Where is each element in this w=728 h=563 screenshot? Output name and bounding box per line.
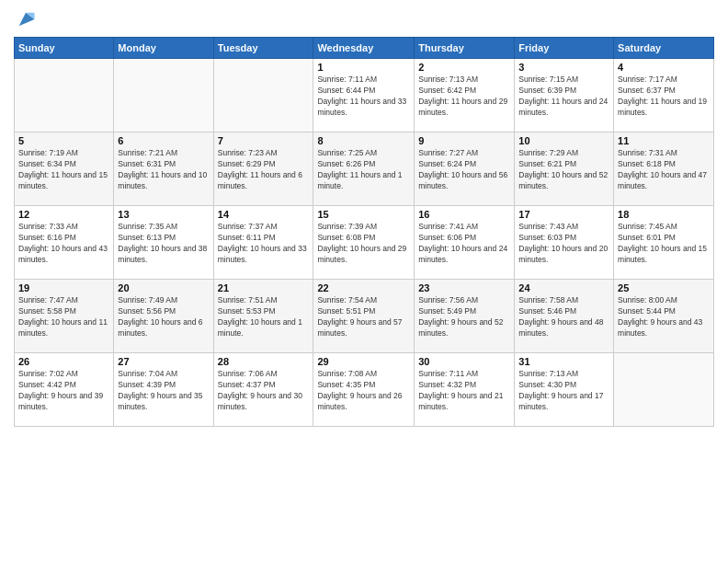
calendar-cell: 6Sunrise: 7:21 AM Sunset: 6:31 PM Daylig… (114, 132, 213, 206)
day-info: Sunrise: 7:35 AM Sunset: 6:13 PM Dayligh… (118, 222, 209, 266)
day-number: 2 (418, 62, 510, 73)
calendar-header-wednesday: Wednesday (313, 38, 415, 59)
calendar-header-row: SundayMondayTuesdayWednesdayThursdayFrid… (15, 38, 714, 59)
day-info: Sunrise: 7:49 AM Sunset: 5:56 PM Dayligh… (118, 295, 209, 339)
calendar-cell: 13Sunrise: 7:35 AM Sunset: 6:13 PM Dayli… (114, 206, 213, 280)
day-number: 8 (317, 135, 410, 146)
day-number: 13 (118, 209, 209, 220)
day-number: 1 (317, 62, 410, 73)
day-info: Sunrise: 8:00 AM Sunset: 5:44 PM Dayligh… (618, 295, 710, 339)
day-number: 3 (518, 62, 609, 73)
day-number: 14 (218, 209, 310, 220)
calendar-cell: 2Sunrise: 7:13 AM Sunset: 6:42 PM Daylig… (415, 59, 515, 132)
calendar-cell: 21Sunrise: 7:51 AM Sunset: 5:53 PM Dayli… (213, 280, 313, 353)
day-number: 27 (118, 356, 209, 367)
calendar-cell: 26Sunrise: 7:02 AM Sunset: 4:42 PM Dayli… (15, 353, 114, 427)
day-number: 26 (18, 356, 109, 367)
calendar-cell: 14Sunrise: 7:37 AM Sunset: 6:11 PM Dayli… (213, 206, 313, 280)
calendar-week-row: 1Sunrise: 7:11 AM Sunset: 6:44 PM Daylig… (15, 59, 714, 132)
day-info: Sunrise: 7:23 AM Sunset: 6:29 PM Dayligh… (218, 148, 310, 192)
calendar-header-monday: Monday (114, 38, 213, 59)
calendar-header-saturday: Saturday (614, 38, 714, 59)
day-number: 23 (418, 282, 510, 293)
day-number: 9 (418, 135, 510, 146)
day-info: Sunrise: 7:51 AM Sunset: 5:53 PM Dayligh… (218, 295, 310, 339)
day-number: 16 (418, 209, 510, 220)
day-info: Sunrise: 7:54 AM Sunset: 5:51 PM Dayligh… (317, 295, 410, 339)
calendar-cell: 3Sunrise: 7:15 AM Sunset: 6:39 PM Daylig… (515, 59, 614, 132)
calendar-cell: 5Sunrise: 7:19 AM Sunset: 6:34 PM Daylig… (15, 132, 114, 206)
calendar-cell: 25Sunrise: 8:00 AM Sunset: 5:44 PM Dayli… (614, 280, 714, 353)
day-info: Sunrise: 7:37 AM Sunset: 6:11 PM Dayligh… (218, 222, 310, 266)
day-info: Sunrise: 7:11 AM Sunset: 4:32 PM Dayligh… (418, 369, 510, 413)
calendar-cell (213, 59, 313, 132)
day-number: 6 (118, 135, 209, 146)
calendar-cell: 31Sunrise: 7:13 AM Sunset: 4:30 PM Dayli… (515, 353, 614, 427)
calendar-header-thursday: Thursday (415, 38, 515, 59)
day-info: Sunrise: 7:02 AM Sunset: 4:42 PM Dayligh… (18, 369, 109, 413)
day-info: Sunrise: 7:04 AM Sunset: 4:39 PM Dayligh… (118, 369, 209, 413)
logo-icon (16, 9, 36, 29)
calendar-table: SundayMondayTuesdayWednesdayThursdayFrid… (14, 37, 714, 427)
day-info: Sunrise: 7:33 AM Sunset: 6:16 PM Dayligh… (18, 222, 109, 266)
day-info: Sunrise: 7:39 AM Sunset: 6:08 PM Dayligh… (317, 222, 410, 266)
day-info: Sunrise: 7:25 AM Sunset: 6:26 PM Dayligh… (317, 148, 410, 192)
day-info: Sunrise: 7:27 AM Sunset: 6:24 PM Dayligh… (418, 148, 510, 192)
calendar-cell: 19Sunrise: 7:47 AM Sunset: 5:58 PM Dayli… (15, 280, 114, 353)
day-info: Sunrise: 7:13 AM Sunset: 4:30 PM Dayligh… (518, 369, 609, 413)
calendar-week-row: 19Sunrise: 7:47 AM Sunset: 5:58 PM Dayli… (15, 280, 714, 353)
calendar-cell: 15Sunrise: 7:39 AM Sunset: 6:08 PM Dayli… (313, 206, 415, 280)
day-number: 5 (18, 135, 109, 146)
calendar-cell: 11Sunrise: 7:31 AM Sunset: 6:18 PM Dayli… (614, 132, 714, 206)
calendar-cell (15, 59, 114, 132)
calendar-cell: 23Sunrise: 7:56 AM Sunset: 5:49 PM Dayli… (415, 280, 515, 353)
calendar-cell: 20Sunrise: 7:49 AM Sunset: 5:56 PM Dayli… (114, 280, 213, 353)
calendar-header-sunday: Sunday (15, 38, 114, 59)
calendar-cell: 18Sunrise: 7:45 AM Sunset: 6:01 PM Dayli… (614, 206, 714, 280)
logo (14, 9, 36, 29)
day-number: 25 (618, 282, 710, 293)
day-info: Sunrise: 7:15 AM Sunset: 6:39 PM Dayligh… (518, 75, 609, 119)
day-info: Sunrise: 7:13 AM Sunset: 6:42 PM Dayligh… (418, 75, 510, 119)
day-info: Sunrise: 7:17 AM Sunset: 6:37 PM Dayligh… (618, 75, 710, 119)
calendar-cell (114, 59, 213, 132)
day-number: 30 (418, 356, 510, 367)
day-number: 18 (618, 209, 710, 220)
calendar-cell: 4Sunrise: 7:17 AM Sunset: 6:37 PM Daylig… (614, 59, 714, 132)
day-number: 29 (317, 356, 410, 367)
calendar-cell: 29Sunrise: 7:08 AM Sunset: 4:35 PM Dayli… (313, 353, 415, 427)
day-info: Sunrise: 7:06 AM Sunset: 4:37 PM Dayligh… (218, 369, 310, 413)
calendar-header-friday: Friday (515, 38, 614, 59)
calendar-cell: 22Sunrise: 7:54 AM Sunset: 5:51 PM Dayli… (313, 280, 415, 353)
day-info: Sunrise: 7:41 AM Sunset: 6:06 PM Dayligh… (418, 222, 510, 266)
day-number: 31 (518, 356, 609, 367)
calendar-cell: 24Sunrise: 7:58 AM Sunset: 5:46 PM Dayli… (515, 280, 614, 353)
day-number: 7 (218, 135, 310, 146)
calendar-cell: 17Sunrise: 7:43 AM Sunset: 6:03 PM Dayli… (515, 206, 614, 280)
day-number: 12 (18, 209, 109, 220)
day-number: 20 (118, 282, 209, 293)
day-number: 19 (18, 282, 109, 293)
day-info: Sunrise: 7:21 AM Sunset: 6:31 PM Dayligh… (118, 148, 209, 192)
day-number: 11 (618, 135, 710, 146)
calendar-cell: 7Sunrise: 7:23 AM Sunset: 6:29 PM Daylig… (213, 132, 313, 206)
day-number: 4 (618, 62, 710, 73)
calendar-cell: 30Sunrise: 7:11 AM Sunset: 4:32 PM Dayli… (415, 353, 515, 427)
calendar-week-row: 5Sunrise: 7:19 AM Sunset: 6:34 PM Daylig… (15, 132, 714, 206)
day-info: Sunrise: 7:56 AM Sunset: 5:49 PM Dayligh… (418, 295, 510, 339)
calendar-cell (614, 353, 714, 427)
day-info: Sunrise: 7:58 AM Sunset: 5:46 PM Dayligh… (518, 295, 609, 339)
day-info: Sunrise: 7:47 AM Sunset: 5:58 PM Dayligh… (18, 295, 109, 339)
day-number: 24 (518, 282, 609, 293)
header (14, 9, 714, 29)
calendar-week-row: 26Sunrise: 7:02 AM Sunset: 4:42 PM Dayli… (15, 353, 714, 427)
day-info: Sunrise: 7:43 AM Sunset: 6:03 PM Dayligh… (518, 222, 609, 266)
day-info: Sunrise: 7:19 AM Sunset: 6:34 PM Dayligh… (18, 148, 109, 192)
day-info: Sunrise: 7:29 AM Sunset: 6:21 PM Dayligh… (518, 148, 609, 192)
calendar-week-row: 12Sunrise: 7:33 AM Sunset: 6:16 PM Dayli… (15, 206, 714, 280)
day-number: 15 (317, 209, 410, 220)
day-info: Sunrise: 7:45 AM Sunset: 6:01 PM Dayligh… (618, 222, 710, 266)
day-number: 28 (218, 356, 310, 367)
calendar-cell: 1Sunrise: 7:11 AM Sunset: 6:44 PM Daylig… (313, 59, 415, 132)
day-number: 17 (518, 209, 609, 220)
